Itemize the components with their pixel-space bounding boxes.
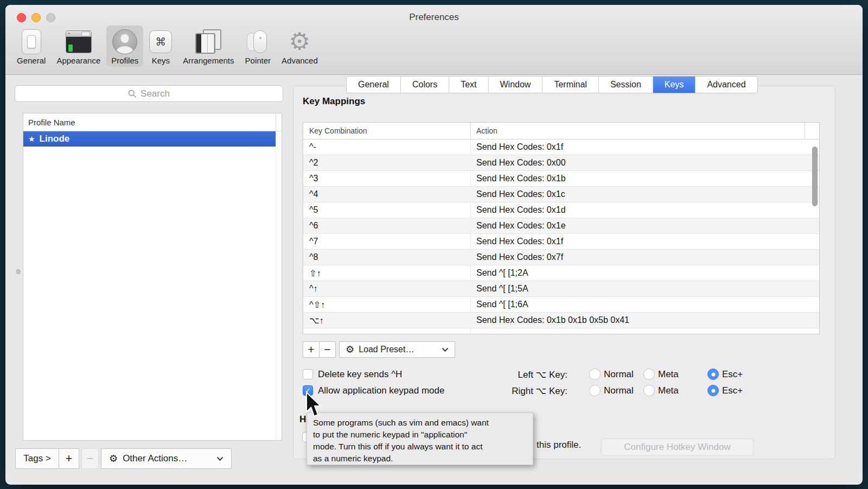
preferences-window: Preferences General × Appearance xyxy=(5,5,863,485)
gear-icon: ⚙ xyxy=(346,344,354,355)
window-chrome: Preferences General × Appearance xyxy=(5,5,863,75)
left-option-key-label: Left ⌥ Key: xyxy=(456,369,567,380)
keypad-mode-tooltip: Some programs (such as vim and emacs) wa… xyxy=(307,412,533,465)
gear-icon: ⚙ xyxy=(109,453,118,465)
search-input[interactable]: Search xyxy=(15,85,283,102)
person-icon xyxy=(112,29,137,55)
delete-key-sends-checkbox[interactable] xyxy=(303,369,313,379)
right-option-normal-radio[interactable]: Normal xyxy=(589,385,634,396)
window-title: Preferences xyxy=(5,12,863,23)
keys-panel: Key Mappings Key Combination Action ^- S… xyxy=(293,86,835,459)
mouse-cursor-icon xyxy=(305,391,322,418)
tab-session[interactable]: Session xyxy=(599,77,653,93)
toolbar-item-general[interactable]: General xyxy=(12,26,50,67)
command-key-icon: ⌘ xyxy=(149,29,172,55)
toolbar-item-arrangements[interactable]: Arrangements xyxy=(178,26,239,67)
other-actions-dropdown[interactable]: ⚙ Other Actions… xyxy=(101,448,232,469)
table-row[interactable]: ^6 Send Hex Codes: 0x1e xyxy=(303,218,819,234)
key-mappings-table: Key Combination Action ^- Send Hex Codes… xyxy=(303,122,820,334)
option-line-1: Delete key sends ^H Left ⌥ Key: Normal M… xyxy=(293,368,835,381)
table-row[interactable]: ^⇧↑ Send ^[ [1;6A xyxy=(303,297,819,313)
table-header[interactable]: Key Combination Action xyxy=(303,123,819,139)
table-row[interactable]: ^5 Send Hex Codes: 0x1d xyxy=(303,202,819,218)
tab-terminal[interactable]: Terminal xyxy=(542,77,598,93)
add-profile-button[interactable]: + xyxy=(59,448,79,469)
profile-list-column-divider xyxy=(276,113,276,440)
table-row[interactable]: ^8 Send Hex Codes: 0x7f xyxy=(303,250,819,265)
configure-hotkey-window-button[interactable]: Configure Hotkey Window xyxy=(601,439,754,456)
toolbar-item-appearance[interactable]: × Appearance xyxy=(52,26,105,67)
add-mapping-button[interactable]: + xyxy=(303,341,320,358)
toolbar-item-advanced[interactable]: ⚙ Advanced xyxy=(277,26,323,67)
tags-button[interactable]: Tags > xyxy=(15,448,59,469)
right-option-meta-radio[interactable]: Meta xyxy=(643,385,679,396)
table-row[interactable]: ^↑ Send ^[ [1;5A xyxy=(303,281,819,297)
tab-general[interactable]: General xyxy=(347,77,401,93)
table-row[interactable]: ^- Send Hex Codes: 0x1f xyxy=(303,139,819,155)
table-row[interactable]: ⇧↑ Send ^[ [1;2A xyxy=(303,265,819,281)
toolbar-item-pointer[interactable]: Pointer xyxy=(240,26,276,67)
mouse-icon xyxy=(247,29,269,55)
remove-profile-button[interactable]: − xyxy=(81,448,99,469)
profile-tabbar: General Colors Text Window Terminal Sess… xyxy=(346,76,758,93)
load-preset-dropdown[interactable]: ⚙ Load Preset… xyxy=(339,341,455,358)
table-row[interactable]: ^3 Send Hex Codes: 0x1b xyxy=(303,171,819,187)
tab-keys[interactable]: Keys xyxy=(653,77,696,93)
keypad-mode-label[interactable]: Allow application keypad mode xyxy=(318,385,444,396)
table-scrollbar-thumb[interactable] xyxy=(812,147,818,206)
profile-list-header[interactable]: Profile Name xyxy=(23,113,282,131)
left-option-normal-radio[interactable]: Normal xyxy=(589,369,634,380)
terminal-window-icon: × xyxy=(66,29,92,55)
table-row[interactable]: ⌥↑ Send Hex Codes: 0x1b 0x1b 0x5b 0x41 xyxy=(303,313,819,328)
column-action: Action xyxy=(476,126,497,135)
left-option-esc-radio[interactable]: Esc+ xyxy=(707,369,743,380)
profile-name: Linode xyxy=(40,134,70,144)
tab-colors[interactable]: Colors xyxy=(401,77,449,93)
delete-key-sends-label[interactable]: Delete key sends ^H xyxy=(318,369,402,380)
chevron-down-icon xyxy=(442,347,449,352)
search-placeholder: Search xyxy=(141,88,170,99)
tab-window[interactable]: Window xyxy=(489,77,543,93)
desktop-background: Preferences General × Appearance xyxy=(0,0,868,489)
search-icon xyxy=(128,90,137,98)
table-row[interactable]: ^4 Send Hex Codes: 0x1c xyxy=(303,187,819,202)
chevron-down-icon xyxy=(216,456,224,461)
hotkey-text-fragment: this profile. xyxy=(537,440,581,450)
remove-mapping-button[interactable]: − xyxy=(319,341,336,358)
window-panes-icon xyxy=(195,29,221,55)
toggle-switch-icon xyxy=(22,29,41,55)
table-row[interactable]: ^7 Send Hex Codes: 0x1f xyxy=(303,234,819,250)
toolbar-item-keys[interactable]: ⌘ Keys xyxy=(144,26,177,67)
left-option-meta-radio[interactable]: Meta xyxy=(643,369,679,380)
profile-row-linode[interactable]: ★ Linode xyxy=(23,131,276,147)
default-profile-star-icon: ★ xyxy=(28,135,35,143)
table-row[interactable]: ^2 Send Hex Codes: 0x00 xyxy=(303,155,819,171)
right-option-key-label: Right ⌥ Key: xyxy=(456,385,567,397)
tab-text[interactable]: Text xyxy=(449,77,488,93)
tab-advanced[interactable]: Advanced xyxy=(695,77,757,93)
section-title: Key Mappings xyxy=(303,96,365,107)
option-line-2: ✓ Allow application keypad mode Right ⌥ … xyxy=(293,384,835,397)
column-key-combination: Key Combination xyxy=(309,126,367,135)
right-option-esc-radio[interactable]: Esc+ xyxy=(707,385,743,396)
pane-splitter-handle[interactable] xyxy=(16,269,21,274)
profile-list: Profile Name ★ Linode xyxy=(23,113,282,441)
toolbar-item-profiles[interactable]: Profiles xyxy=(106,26,143,67)
preferences-toolbar: General × Appearance Profiles xyxy=(12,26,323,67)
gear-icon: ⚙ xyxy=(289,29,310,55)
